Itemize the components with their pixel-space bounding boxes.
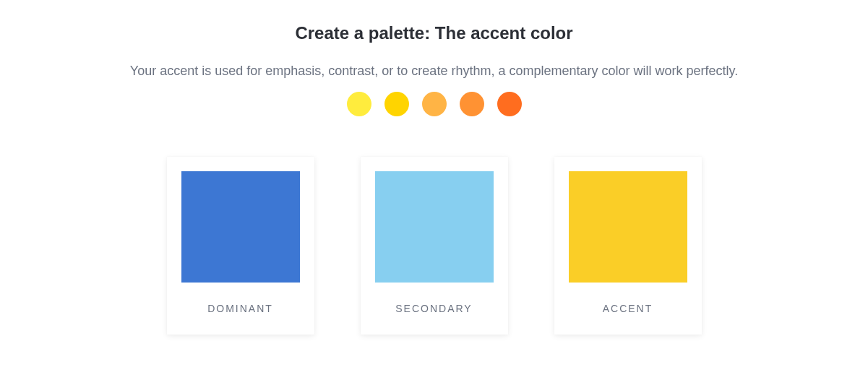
swatch-option-4[interactable]: [460, 92, 484, 116]
palette-cards-row: DOMINANT SECONDARY ACCENT: [167, 157, 702, 335]
secondary-swatch: [375, 171, 494, 283]
swatch-option-2[interactable]: [384, 92, 409, 116]
dominant-swatch: [181, 171, 300, 283]
swatch-option-5[interactable]: [497, 92, 522, 116]
dominant-card: DOMINANT: [167, 157, 314, 335]
accent-card: ACCENT: [554, 157, 702, 335]
page-title: Create a palette: The accent color: [295, 23, 572, 43]
dominant-label: DOMINANT: [207, 283, 273, 335]
accent-label: ACCENT: [603, 283, 653, 335]
swatch-option-1[interactable]: [347, 92, 371, 116]
secondary-card: SECONDARY: [361, 157, 508, 335]
page-subtitle: Your accent is used for emphasis, contra…: [130, 64, 738, 79]
secondary-label: SECONDARY: [395, 283, 472, 335]
accent-swatch-row: [347, 92, 522, 116]
swatch-option-3[interactable]: [422, 92, 447, 116]
accent-swatch: [569, 171, 687, 283]
